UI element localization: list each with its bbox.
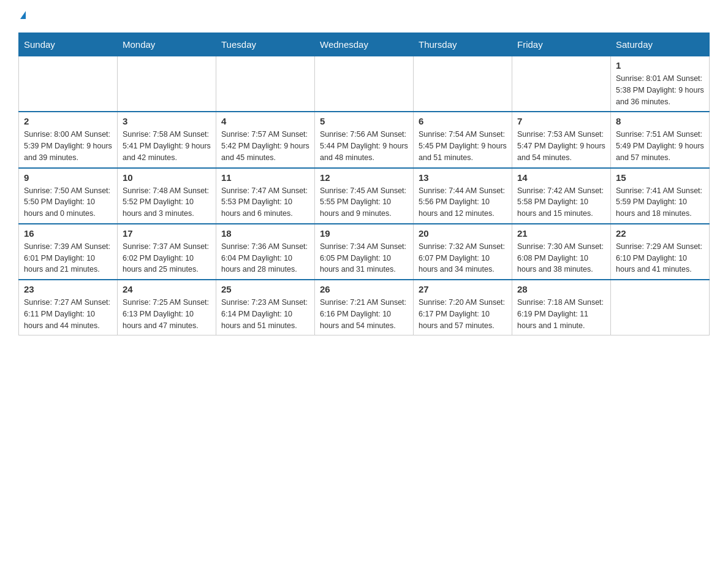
calendar-cell: 11Sunrise: 7:47 AM Sunset: 5:53 PM Dayli… bbox=[216, 168, 315, 224]
calendar-cell: 7Sunrise: 7:53 AM Sunset: 5:47 PM Daylig… bbox=[512, 112, 611, 167]
day-info: Sunrise: 7:47 AM Sunset: 5:53 PM Dayligh… bbox=[221, 185, 309, 220]
calendar-cell: 24Sunrise: 7:25 AM Sunset: 6:13 PM Dayli… bbox=[118, 280, 216, 335]
calendar-cell: 13Sunrise: 7:44 AM Sunset: 5:56 PM Dayli… bbox=[414, 168, 512, 224]
day-number: 1 bbox=[616, 60, 704, 71]
day-info: Sunrise: 7:18 AM Sunset: 6:19 PM Dayligh… bbox=[517, 297, 605, 331]
day-number: 21 bbox=[517, 228, 605, 239]
day-info: Sunrise: 7:56 AM Sunset: 5:44 PM Dayligh… bbox=[320, 129, 408, 163]
calendar-week-row: 1Sunrise: 8:01 AM Sunset: 5:38 PM Daylig… bbox=[19, 56, 710, 112]
calendar-cell: 5Sunrise: 7:56 AM Sunset: 5:44 PM Daylig… bbox=[315, 112, 414, 167]
day-number: 13 bbox=[419, 172, 507, 183]
day-info: Sunrise: 7:27 AM Sunset: 6:11 PM Dayligh… bbox=[24, 297, 112, 331]
day-info: Sunrise: 7:58 AM Sunset: 5:41 PM Dayligh… bbox=[123, 129, 211, 163]
day-info: Sunrise: 7:50 AM Sunset: 5:50 PM Dayligh… bbox=[24, 185, 112, 220]
day-info: Sunrise: 7:37 AM Sunset: 6:02 PM Dayligh… bbox=[123, 241, 211, 275]
day-info: Sunrise: 7:54 AM Sunset: 5:45 PM Dayligh… bbox=[419, 129, 507, 163]
calendar-table: SundayMondayTuesdayWednesdayThursdayFrid… bbox=[18, 33, 710, 335]
calendar-cell: 9Sunrise: 7:50 AM Sunset: 5:50 PM Daylig… bbox=[19, 168, 118, 224]
day-info: Sunrise: 7:36 AM Sunset: 6:04 PM Dayligh… bbox=[221, 241, 309, 275]
weekday-header-thursday: Thursday bbox=[414, 33, 512, 56]
day-number: 2 bbox=[24, 116, 112, 126]
day-info: Sunrise: 7:34 AM Sunset: 6:05 PM Dayligh… bbox=[320, 241, 408, 275]
day-number: 20 bbox=[419, 228, 507, 239]
day-number: 11 bbox=[221, 172, 309, 183]
day-number: 7 bbox=[517, 116, 605, 126]
calendar-cell: 21Sunrise: 7:30 AM Sunset: 6:08 PM Dayli… bbox=[512, 224, 611, 280]
calendar-cell: 26Sunrise: 7:21 AM Sunset: 6:16 PM Dayli… bbox=[315, 280, 414, 335]
calendar-cell: 14Sunrise: 7:42 AM Sunset: 5:58 PM Dayli… bbox=[512, 168, 611, 224]
calendar-cell bbox=[611, 280, 710, 335]
day-info: Sunrise: 7:45 AM Sunset: 5:55 PM Dayligh… bbox=[320, 185, 408, 220]
day-number: 5 bbox=[320, 116, 408, 126]
calendar-cell: 8Sunrise: 7:51 AM Sunset: 5:49 PM Daylig… bbox=[611, 112, 710, 167]
calendar-cell: 27Sunrise: 7:20 AM Sunset: 6:17 PM Dayli… bbox=[414, 280, 512, 335]
weekday-header-saturday: Saturday bbox=[611, 33, 710, 56]
calendar-cell bbox=[19, 56, 118, 112]
day-number: 17 bbox=[123, 228, 211, 239]
calendar-cell: 3Sunrise: 7:58 AM Sunset: 5:41 PM Daylig… bbox=[118, 112, 216, 167]
calendar-cell: 2Sunrise: 8:00 AM Sunset: 5:39 PM Daylig… bbox=[19, 112, 118, 167]
logo-triangle-icon bbox=[20, 11, 26, 19]
calendar-cell bbox=[216, 56, 315, 112]
day-number: 15 bbox=[616, 172, 704, 183]
day-info: Sunrise: 7:51 AM Sunset: 5:49 PM Dayligh… bbox=[616, 129, 704, 163]
day-number: 10 bbox=[123, 172, 211, 183]
day-info: Sunrise: 7:29 AM Sunset: 6:10 PM Dayligh… bbox=[616, 241, 704, 275]
day-info: Sunrise: 7:53 AM Sunset: 5:47 PM Dayligh… bbox=[517, 129, 605, 163]
day-info: Sunrise: 7:57 AM Sunset: 5:42 PM Dayligh… bbox=[221, 129, 309, 163]
calendar-cell: 12Sunrise: 7:45 AM Sunset: 5:55 PM Dayli… bbox=[315, 168, 414, 224]
day-number: 14 bbox=[517, 172, 605, 183]
calendar-cell: 19Sunrise: 7:34 AM Sunset: 6:05 PM Dayli… bbox=[315, 224, 414, 280]
day-number: 16 bbox=[24, 228, 112, 239]
day-number: 3 bbox=[123, 116, 211, 126]
day-info: Sunrise: 7:42 AM Sunset: 5:58 PM Dayligh… bbox=[517, 185, 605, 220]
day-number: 8 bbox=[616, 116, 704, 126]
weekday-header-friday: Friday bbox=[512, 33, 611, 56]
calendar-cell: 23Sunrise: 7:27 AM Sunset: 6:11 PM Dayli… bbox=[19, 280, 118, 335]
calendar-week-row: 16Sunrise: 7:39 AM Sunset: 6:01 PM Dayli… bbox=[19, 224, 710, 280]
calendar-cell bbox=[512, 56, 611, 112]
day-info: Sunrise: 7:21 AM Sunset: 6:16 PM Dayligh… bbox=[320, 297, 408, 331]
calendar-cell: 17Sunrise: 7:37 AM Sunset: 6:02 PM Dayli… bbox=[118, 224, 216, 280]
day-number: 18 bbox=[221, 228, 309, 239]
day-number: 6 bbox=[419, 116, 507, 126]
day-info: Sunrise: 7:30 AM Sunset: 6:08 PM Dayligh… bbox=[517, 241, 605, 275]
day-number: 23 bbox=[24, 284, 112, 294]
calendar-cell: 15Sunrise: 7:41 AM Sunset: 5:59 PM Dayli… bbox=[611, 168, 710, 224]
calendar-cell: 4Sunrise: 7:57 AM Sunset: 5:42 PM Daylig… bbox=[216, 112, 315, 167]
calendar-cell: 20Sunrise: 7:32 AM Sunset: 6:07 PM Dayli… bbox=[414, 224, 512, 280]
weekday-header-row: SundayMondayTuesdayWednesdayThursdayFrid… bbox=[19, 33, 710, 56]
logo bbox=[18, 12, 26, 20]
calendar-cell bbox=[118, 56, 216, 112]
weekday-header-tuesday: Tuesday bbox=[216, 33, 315, 56]
weekday-header-monday: Monday bbox=[118, 33, 216, 56]
day-number: 28 bbox=[517, 284, 605, 294]
day-number: 26 bbox=[320, 284, 408, 294]
day-info: Sunrise: 7:25 AM Sunset: 6:13 PM Dayligh… bbox=[123, 297, 211, 331]
calendar-cell: 6Sunrise: 7:54 AM Sunset: 5:45 PM Daylig… bbox=[414, 112, 512, 167]
calendar-cell: 28Sunrise: 7:18 AM Sunset: 6:19 PM Dayli… bbox=[512, 280, 611, 335]
day-info: Sunrise: 7:32 AM Sunset: 6:07 PM Dayligh… bbox=[419, 241, 507, 275]
day-info: Sunrise: 8:01 AM Sunset: 5:38 PM Dayligh… bbox=[616, 73, 704, 107]
day-number: 4 bbox=[221, 116, 309, 126]
weekday-header-sunday: Sunday bbox=[19, 33, 118, 56]
calendar-week-row: 9Sunrise: 7:50 AM Sunset: 5:50 PM Daylig… bbox=[19, 168, 710, 224]
day-number: 24 bbox=[123, 284, 211, 294]
day-number: 22 bbox=[616, 228, 704, 239]
day-info: Sunrise: 7:48 AM Sunset: 5:52 PM Dayligh… bbox=[123, 185, 211, 220]
day-info: Sunrise: 7:39 AM Sunset: 6:01 PM Dayligh… bbox=[24, 241, 112, 275]
day-number: 19 bbox=[320, 228, 408, 239]
calendar-cell bbox=[414, 56, 512, 112]
day-info: Sunrise: 7:41 AM Sunset: 5:59 PM Dayligh… bbox=[616, 185, 704, 220]
weekday-header-wednesday: Wednesday bbox=[315, 33, 414, 56]
calendar-cell: 22Sunrise: 7:29 AM Sunset: 6:10 PM Dayli… bbox=[611, 224, 710, 280]
calendar-cell: 25Sunrise: 7:23 AM Sunset: 6:14 PM Dayli… bbox=[216, 280, 315, 335]
calendar-cell: 10Sunrise: 7:48 AM Sunset: 5:52 PM Dayli… bbox=[118, 168, 216, 224]
calendar-cell: 1Sunrise: 8:01 AM Sunset: 5:38 PM Daylig… bbox=[611, 56, 710, 112]
calendar-cell bbox=[315, 56, 414, 112]
day-number: 9 bbox=[24, 172, 112, 183]
day-info: Sunrise: 8:00 AM Sunset: 5:39 PM Dayligh… bbox=[24, 129, 112, 163]
day-number: 25 bbox=[221, 284, 309, 294]
day-number: 12 bbox=[320, 172, 408, 183]
day-info: Sunrise: 7:23 AM Sunset: 6:14 PM Dayligh… bbox=[221, 297, 309, 331]
